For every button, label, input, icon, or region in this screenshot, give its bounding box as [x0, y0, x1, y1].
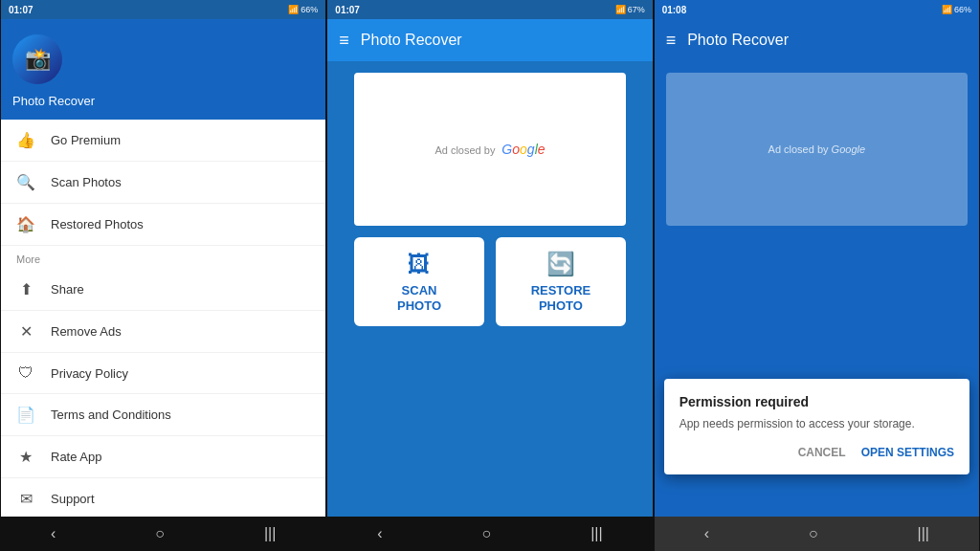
menu-item-remove-ads[interactable]: ✕ Remove Ads: [1, 311, 325, 353]
app-avatar: 📸: [12, 34, 62, 84]
recents-button-1[interactable]: |||: [249, 521, 291, 546]
avatar-icon: 📸: [25, 47, 51, 72]
star-icon: ★: [16, 448, 35, 466]
status-time-1: 01:07: [9, 5, 33, 15]
restore-photo-label: RESTOREPHOTO: [531, 283, 591, 313]
menu-item-rate-app[interactable]: ★ Rate App: [1, 436, 325, 478]
ad-google-brand-3: Google: [832, 143, 865, 155]
spacer-3: [655, 237, 979, 517]
share-icon: ⬆: [16, 280, 35, 298]
menu-label-share: Share: [51, 282, 84, 297]
ad-box-3: Ad closed by Google: [666, 73, 968, 226]
signal-icon-1: 📶: [288, 5, 299, 14]
back-button-3[interactable]: ‹: [689, 521, 724, 546]
scan-photo-button[interactable]: 🖼 SCANPHOTO: [354, 237, 484, 326]
menu-item-share[interactable]: ⬆ Share: [1, 269, 325, 311]
menu-item-scan-photos[interactable]: 🔍 Scan Photos: [1, 162, 325, 204]
scan-photo-icon: 🖼: [408, 251, 431, 277]
sidebar-app-name: Photo Recover: [12, 94, 95, 108]
restore-photo-button[interactable]: 🔄 RESTOREPHOTO: [496, 237, 626, 326]
mail-icon: ✉: [16, 490, 35, 508]
home-button-2[interactable]: ○: [467, 521, 507, 546]
status-icons-1: 📶 66%: [288, 5, 318, 14]
back-button-1[interactable]: ‹: [35, 521, 71, 546]
dialog-title: Permission required: [679, 394, 954, 409]
menu-label-go-premium: Go Premium: [51, 133, 121, 147]
ad-closed-text-2: Ad closed by Google: [434, 142, 545, 157]
status-time-2: 01:07: [335, 5, 360, 15]
search-icon: 🔍: [16, 173, 35, 191]
action-buttons-2: 🖼 SCANPHOTO 🔄 RESTOREPHOTO: [354, 237, 626, 326]
main-content-2: Ad closed by Google 🖼 SCANPHOTO 🔄 RESTOR…: [327, 61, 652, 517]
home-button-1[interactable]: ○: [140, 521, 180, 546]
battery-text-1: 66%: [301, 5, 318, 14]
nav-bar-1: ‹ ○ |||: [1, 517, 325, 551]
home-button-3[interactable]: ○: [793, 521, 834, 546]
nav-bar-2: ‹ ○ |||: [327, 517, 652, 551]
recents-button-2[interactable]: |||: [575, 521, 617, 546]
menu-label-restored-photos: Restored Photos: [51, 217, 144, 231]
dialog-actions: CANCEL OPEN SETTINGS: [679, 446, 954, 459]
battery-text-2: 67%: [628, 5, 645, 14]
app-header-title-3: Photo Recover: [687, 32, 789, 49]
sidebar-menu: 👍 Go Premium 🔍 Scan Photos 🏠 Restored Ph…: [1, 120, 325, 517]
app-header-3: ≡ Photo Recover: [655, 19, 979, 61]
menu-label-remove-ads: Remove Ads: [51, 324, 122, 339]
scan-photo-label: SCANPHOTO: [397, 283, 441, 313]
recents-button-3[interactable]: |||: [902, 521, 945, 546]
open-settings-button[interactable]: OPEN SETTINGS: [861, 446, 954, 459]
app-header-2: ≡ Photo Recover: [327, 19, 652, 61]
home-icon: 🏠: [16, 215, 35, 233]
menu-item-restored-photos[interactable]: 🏠 Restored Photos: [1, 204, 325, 246]
menu-item-terms[interactable]: 📄 Terms and Conditions: [1, 394, 325, 436]
status-bar-1: 01:07 📶 66%: [1, 0, 325, 19]
status-icons-2: 📶 67%: [615, 5, 645, 14]
battery-text-3: 66%: [954, 5, 971, 14]
signal-icon-3: 📶: [942, 5, 952, 14]
ad-box-2: Ad closed by Google: [354, 73, 626, 226]
signal-icon-2: 📶: [615, 5, 626, 14]
sidebar-header: 📸 Photo Recover: [1, 19, 325, 120]
menu-label-rate-app: Rate App: [51, 450, 102, 464]
remove-ads-icon: ✕: [16, 322, 35, 341]
status-time-3: 01:08: [662, 5, 687, 15]
phone-panel-1: 01:07 📶 66% 📸 Photo Recover 👍 Go Premium…: [0, 0, 326, 551]
thumbsup-icon: 👍: [16, 131, 35, 149]
status-icons-3: 📶 66%: [942, 5, 971, 14]
menu-label-support: Support: [51, 492, 95, 506]
status-bar-3: 01:08 📶 66%: [655, 0, 979, 19]
hamburger-icon-2[interactable]: ≡: [339, 31, 349, 51]
status-bar-2: 01:07 📶 67%: [327, 0, 652, 19]
app-header-title-2: Photo Recover: [361, 32, 462, 49]
nav-bar-3: ‹ ○ |||: [655, 517, 979, 551]
menu-item-support[interactable]: ✉ Support: [1, 478, 325, 517]
menu-label-terms: Terms and Conditions: [51, 408, 171, 422]
document-icon: 📄: [16, 406, 35, 424]
restore-photo-icon: 🔄: [546, 251, 575, 277]
menu-item-privacy-policy[interactable]: 🛡 Privacy Policy: [1, 353, 325, 394]
phone-panel-3: 01:08 📶 66% ≡ Photo Recover Ad closed by…: [654, 0, 980, 551]
menu-label-privacy-policy: Privacy Policy: [51, 366, 128, 381]
dialog-body: App needs permission to access your stor…: [679, 417, 954, 430]
more-section-label: More: [1, 246, 325, 269]
shield-icon: 🛡: [16, 364, 35, 382]
cancel-button[interactable]: CANCEL: [798, 446, 846, 459]
permission-dialog: Permission required App needs permission…: [664, 379, 969, 474]
ad-closed-text-3: Ad closed by Google: [768, 143, 866, 155]
ad-google-brand-2: Google: [498, 142, 545, 157]
hamburger-icon-3[interactable]: ≡: [666, 31, 677, 51]
back-button-2[interactable]: ‹: [362, 521, 397, 546]
phone-panel-2: 01:07 📶 67% ≡ Photo Recover Ad closed by…: [326, 0, 653, 551]
menu-item-go-premium[interactable]: 👍 Go Premium: [1, 120, 325, 162]
menu-label-scan-photos: Scan Photos: [51, 175, 122, 189]
